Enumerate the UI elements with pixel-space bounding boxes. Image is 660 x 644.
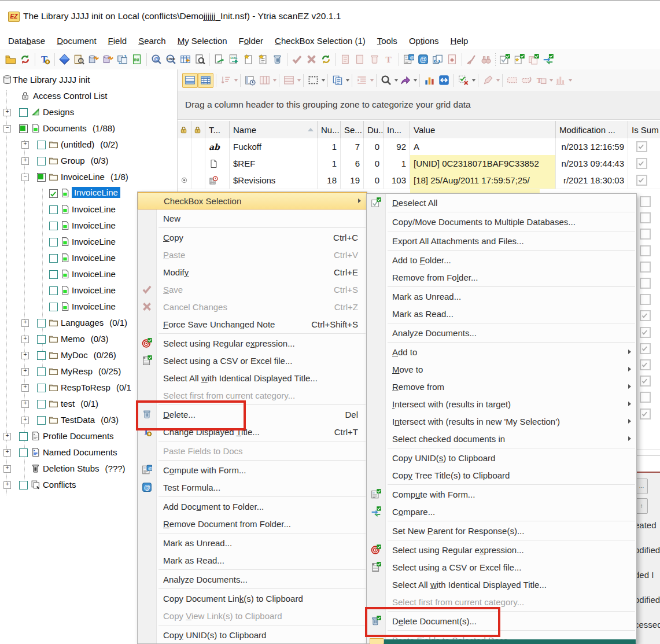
is-summary-checkbox[interactable]: [640, 229, 651, 240]
tree-item-access-control-list[interactable]: Access Control List: [0, 88, 177, 104]
menu-item-analyze-documents[interactable]: Analyze Documents...: [138, 571, 367, 588]
toolbar-new-doc-button[interactable]: [241, 53, 256, 67]
menu-item-set-new-parent-for-response-s[interactable]: Set New Parent for Response(s)...: [367, 522, 636, 539]
is-summary-checkbox[interactable]: [640, 262, 651, 273]
is-summary-checkbox[interactable]: [640, 278, 651, 289]
menu-item-checkbox-selection[interactable]: CheckBox Selection: [138, 192, 367, 209]
menu-item-add-to[interactable]: Add to: [367, 343, 636, 360]
tree-expand-toggle[interactable]: +: [3, 465, 11, 473]
grid-column-header-Modification ...[interactable]: Modification ...: [556, 121, 628, 138]
menu-item-copy-move-documents-to-multiple-databases[interactable]: Copy/Move Documents to Multiple Database…: [367, 213, 636, 230]
gridtoolbar-freeze-col-button[interactable]: [243, 73, 257, 87]
gridtoolbar-export-purple-button[interactable]: [398, 73, 412, 87]
menu-item-add-to-folder[interactable]: Add to Folder...: [367, 251, 636, 268]
menu-item-save[interactable]: SaveCtrl+S: [138, 281, 367, 298]
tree-checkbox-un[interactable]: [49, 238, 58, 246]
toolbar-compute-form-button[interactable]: @: [401, 53, 416, 67]
gridtoolbar-grid-view-2-button[interactable]: [198, 73, 213, 88]
toolbar-binoculars-button[interactable]: [479, 53, 493, 67]
toolbar-ghost-trash-button[interactable]: [367, 53, 382, 67]
toolbar-db-zigzag2-button[interactable]: [101, 53, 115, 67]
tree-expand-toggle[interactable]: +: [3, 433, 11, 440]
menu-item-add-document-to-folder[interactable]: Add Document to Folder...: [138, 498, 367, 515]
gridtoolbar-select-rect-button[interactable]: [306, 73, 320, 87]
menubar-item-my-selection[interactable]: My Selection: [172, 32, 233, 49]
menu-item-compute-with-form[interactable]: @Compute with Form...: [138, 461, 367, 479]
gridtoolbar-sort-rows-button[interactable]: [219, 73, 233, 87]
tree-expand-toggle[interactable]: +: [21, 384, 29, 392]
grid-column-header-lock[interactable]: [191, 121, 205, 138]
tree-collapse-toggle[interactable]: −: [3, 125, 11, 133]
menu-item-copy-unid-s-to-clipboard[interactable]: Copy UNID(s) to Clipboard: [138, 626, 367, 643]
grid-column-header-lock[interactable]: [178, 121, 191, 138]
menu-item-paste[interactable]: PasteCtrl+V: [138, 246, 367, 263]
toolbar-checkbox-multi-button[interactable]: [497, 53, 512, 67]
tree-item-the-library-jjjj-init[interactable]: The Library JJJJ init: [0, 72, 177, 88]
tree-expand-toggle[interactable]: +: [21, 352, 29, 359]
menu-item-cancel-changes[interactable]: Cancel ChangesCtrl+Z: [138, 298, 367, 315]
menu-item-force-save-unchanged-note[interactable]: Force Save Unchanged NoteCtrl+Shift+S: [138, 315, 367, 333]
toolbar-db-refresh-button[interactable]: [18, 53, 32, 67]
toolbar-delete-doc-button[interactable]: [270, 53, 285, 67]
gridtoolbar-search-q-button[interactable]: [379, 73, 393, 87]
is-summary-checkbox[interactable]: [640, 359, 651, 370]
menu-item-modify[interactable]: ModifyCtrl+E: [138, 263, 367, 281]
gridtoolbar-swap-blue-button[interactable]: [437, 73, 451, 87]
menubar-item-document[interactable]: Document: [51, 32, 102, 49]
toolbar-unid-search-button[interactable]: UNID: [164, 53, 178, 67]
tree-checkbox-chk[interactable]: [49, 189, 58, 198]
toolbar-ghost-newdoc2-button[interactable]: [353, 53, 367, 67]
menubar-item-search[interactable]: Search: [132, 32, 172, 49]
gridtoolbar-ghost-rowundo-button[interactable]: [519, 73, 534, 87]
menu-item-compute-with-form[interactable]: Compute with Form...: [367, 485, 636, 503]
tree-item-documents[interactable]: −Documents(1/88): [0, 120, 177, 137]
toolbar-new-form-button[interactable]: [256, 53, 270, 67]
menu-item-copy-tree-title-s-to-clipboard[interactable]: Copy Tree Title(s) to Clipboard: [367, 466, 636, 484]
gridtoolbar-ghost-chart-button[interactable]: [553, 73, 567, 87]
toolbar-ghost-title-button[interactable]: T: [382, 53, 396, 67]
tree-expand-toggle[interactable]: +: [3, 481, 11, 489]
is-summary-checkbox[interactable]: [640, 327, 651, 338]
gridtoolbar-ghost-rows-button[interactable]: [282, 73, 296, 87]
menu-item-intersect-with-results-in-new-my-selection[interactable]: Intersect with (results in new 'My Selec…: [367, 413, 636, 430]
tree-checkbox-un[interactable]: [19, 448, 28, 457]
toolbar-copy-multi-button[interactable]: [526, 53, 541, 67]
menu-item-new[interactable]: New: [138, 209, 367, 227]
menu-item-mark-as-unread[interactable]: Mark as Unread...: [367, 288, 636, 305]
menu-item-select-checked-documents-in[interactable]: Select checked documents in: [367, 430, 636, 447]
tree-expand-toggle[interactable]: +: [21, 319, 29, 327]
tree-item-designs[interactable]: +Designs: [0, 104, 177, 120]
tree-checkbox-un[interactable]: [49, 254, 58, 263]
toolbar-ghost-newdoc-button[interactable]: [338, 53, 353, 67]
grid-column-header-T...[interactable]: T...: [205, 121, 230, 138]
gridtoolbar-copy-grid-button[interactable]: [330, 73, 345, 87]
menu-item-copy-unid-s-to-clipboard[interactable]: Copy UNID(s) to Clipboard: [367, 449, 636, 466]
toolbar-broom-button[interactable]: [464, 53, 479, 67]
menubar-item-tools[interactable]: Tools: [371, 32, 403, 49]
menu-item-select-using-regular-expression[interactable]: Select using Regular expression...: [367, 541, 636, 558]
tree-checkbox-un[interactable]: [37, 400, 46, 409]
tree-expand-toggle[interactable]: +: [21, 368, 29, 376]
menu-item-copy[interactable]: CopyCtrl+C: [138, 229, 367, 246]
tree-checkbox-un[interactable]: [37, 416, 46, 425]
table-row[interactable]: $Revisions18190103[18] 25/Aug/2011 17:59…: [178, 172, 660, 189]
menubar-item-folder[interactable]: Folder: [233, 32, 270, 49]
menu-item-mark-as-unread[interactable]: Mark as Unread...: [138, 534, 367, 551]
tree-checkbox-un[interactable]: [37, 141, 46, 149]
tree-expand-toggle[interactable]: +: [21, 141, 29, 149]
menubar-item-field[interactable]: Field: [102, 32, 133, 49]
table-row[interactable]: $REF1601[UNID] 0C2318071BAF9C33852n/2013…: [178, 155, 660, 172]
is-summary-checkbox[interactable]: [640, 196, 651, 207]
menubar-item-help[interactable]: Help: [445, 32, 474, 49]
tree-checkbox-part[interactable]: [37, 173, 46, 182]
tree-checkbox-un[interactable]: [37, 157, 46, 165]
tree-checkbox-un[interactable]: [19, 481, 28, 490]
grid-column-header-Se...[interactable]: Se...: [341, 121, 364, 138]
toolbar-move-multi-button[interactable]: [541, 53, 555, 67]
tree-expand-toggle[interactable]: +: [3, 109, 11, 116]
is-summary-checkbox[interactable]: [636, 141, 647, 152]
toolbar-zoom-doc-button[interactable]: [193, 53, 207, 67]
is-summary-checkbox[interactable]: [640, 392, 651, 403]
tree-checkbox-un[interactable]: [37, 384, 46, 392]
toolbar-save-check-button[interactable]: [290, 53, 304, 67]
